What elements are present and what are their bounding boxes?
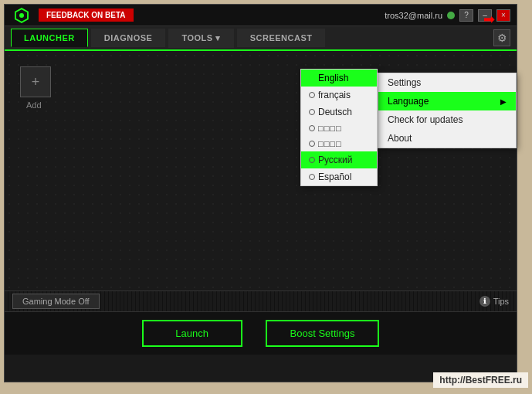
radio-english <box>309 75 315 81</box>
gaming-mode-button[interactable]: Gaming Mode Off <box>12 294 100 309</box>
watermark: http://BestFREE.ru <box>433 372 528 388</box>
online-indicator <box>447 12 455 19</box>
add-button[interactable]: + <box>20 66 51 97</box>
menu-about[interactable]: About <box>378 129 516 148</box>
gear-button[interactable]: ⚙ <box>493 29 510 46</box>
boost-settings-button[interactable]: Boost Settings <box>266 320 380 347</box>
title-bar: FEEDBACK ON BETA tros32@mail.ru ? – × <box>5 5 517 26</box>
info-icon: ℹ <box>479 296 490 307</box>
language-submenu: English français Deutsch □□□□ □□□□ Русск… <box>300 69 378 186</box>
radio-deutsch <box>309 109 315 115</box>
radio-espanol <box>309 174 315 180</box>
menu-settings[interactable]: Settings <box>378 73 516 92</box>
lang-cjk2[interactable]: □□□□ <box>301 136 377 151</box>
tab-tools[interactable]: TOOLS ▾ <box>168 29 233 48</box>
menu-language[interactable]: Language ▶ <box>378 92 516 110</box>
app-window: FEEDBACK ON BETA tros32@mail.ru ? – × LA… <box>4 4 517 382</box>
lang-russian[interactable]: Русский <box>301 151 377 168</box>
add-label: Add <box>26 100 42 110</box>
launch-button[interactable]: Launch <box>142 320 242 347</box>
tab-screencast[interactable]: SCREENCAST <box>237 29 326 47</box>
arrow-indicator: ➡ <box>483 11 495 28</box>
radio-francais <box>309 92 315 98</box>
feedback-button[interactable]: FEEDBACK ON BETA <box>39 8 134 22</box>
lang-cjk1[interactable]: □□□□ <box>301 121 377 136</box>
language-chevron-icon: ▶ <box>500 97 507 106</box>
razer-logo <box>11 5 32 26</box>
radio-russian <box>309 157 315 163</box>
context-menu: Settings Language ▶ Check for updates Ab… <box>378 73 517 148</box>
close-button[interactable]: × <box>496 9 510 22</box>
lang-espanol[interactable]: Español <box>301 168 377 185</box>
radio-cjk2 <box>309 141 315 147</box>
help-button[interactable]: ? <box>459 9 473 22</box>
radio-cjk1 <box>309 125 315 131</box>
nav-bar: LAUNCHER DIAGNOSE TOOLS ▾ SCREENCAST ⚙ ➡… <box>5 26 517 51</box>
tab-diagnose[interactable]: DIAGNOSE <box>91 29 166 47</box>
title-bar-left: FEEDBACK ON BETA <box>11 5 134 26</box>
menu-check-updates[interactable]: Check for updates <box>378 110 516 129</box>
bottom-bar: Launch Boost Settings <box>5 312 517 355</box>
status-bar: Gaming Mode Off ℹ Tips <box>5 290 517 312</box>
user-email: tros32@mail.ru <box>385 11 442 20</box>
lang-francais[interactable]: français <box>301 87 377 104</box>
tips-area: ℹ Tips <box>479 296 509 307</box>
lang-deutsch[interactable]: Deutsch <box>301 104 377 121</box>
svg-point-0 <box>19 13 24 18</box>
tips-label: Tips <box>493 297 509 306</box>
lang-english[interactable]: English <box>301 70 377 87</box>
tab-launcher[interactable]: LAUNCHER <box>11 29 88 47</box>
